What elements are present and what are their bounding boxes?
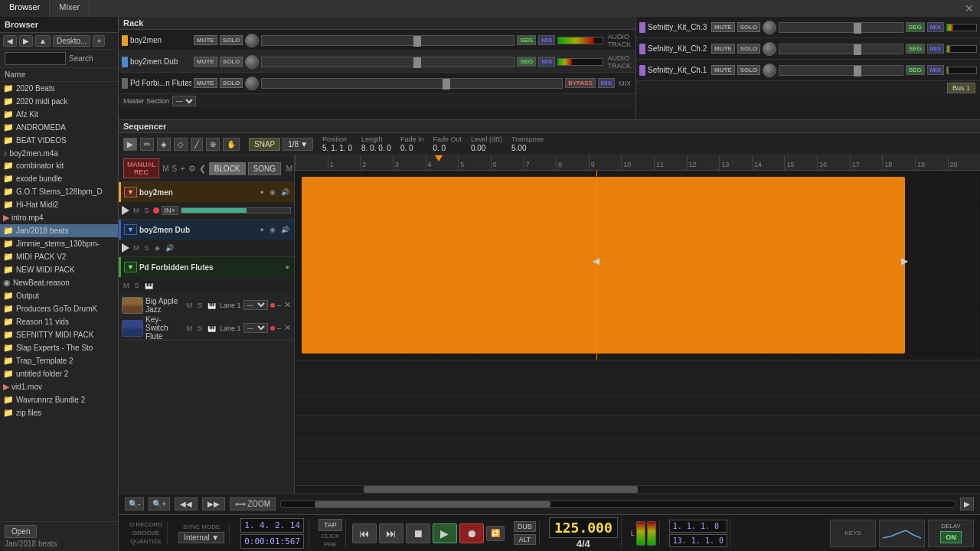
- bpm-display[interactable]: 125.000: [549, 517, 618, 538]
- mute-button-1[interactable]: MUTE: [194, 35, 217, 45]
- fader-2[interactable]: [261, 57, 514, 67]
- right-fader-knob-2[interactable]: [854, 44, 861, 55]
- seg-button-2[interactable]: SEG: [517, 57, 536, 67]
- right-solo-2[interactable]: SOLO: [737, 44, 761, 54]
- play-button-1[interactable]: [122, 206, 129, 215]
- right-fader-3[interactable]: [779, 65, 903, 76]
- pan-knob-2[interactable]: [245, 55, 259, 69]
- lane-x-icon-1[interactable]: ✕: [284, 300, 291, 310]
- right-pan-2[interactable]: [763, 42, 776, 56]
- list-item[interactable]: 📁Trap_Template 2: [0, 354, 118, 367]
- list-item[interactable]: 📁NEW MIDI PACK: [0, 263, 118, 276]
- stop-button[interactable]: ⏹: [406, 523, 430, 543]
- track-settings-2[interactable]: ●: [259, 225, 266, 234]
- desktop-button[interactable]: Deskto...: [53, 35, 90, 47]
- fader-3[interactable]: [261, 78, 563, 89]
- list-item[interactable]: 📁BEAT VIDEOS: [0, 134, 118, 147]
- content-scrollbar-thumb[interactable]: [315, 501, 550, 507]
- right-seg-2[interactable]: SEG: [906, 44, 925, 54]
- pencil-tool-button[interactable]: ✏: [140, 138, 154, 151]
- right-mute-3[interactable]: MUTE: [711, 65, 735, 75]
- block-button[interactable]: BLOCK: [209, 162, 246, 175]
- on-button[interactable]: ON: [940, 531, 962, 543]
- lane-select-1[interactable]: —: [243, 300, 268, 310]
- fader-knob-2[interactable]: [413, 57, 421, 68]
- lane-minus-icon-2[interactable]: −: [277, 324, 282, 333]
- dub-button[interactable]: DUB: [514, 521, 536, 532]
- list-item[interactable]: 📁SEFNITTY MIDI PACK: [0, 328, 118, 341]
- track-rec-2[interactable]: ◉: [268, 225, 277, 234]
- play-button-transport[interactable]: ▶: [433, 523, 457, 543]
- list-item[interactable]: 📁Producers GoTo DrumK: [0, 302, 118, 315]
- right-mix-1[interactable]: MIX: [927, 22, 944, 32]
- list-item[interactable]: 📁exode bundle: [0, 172, 118, 185]
- list-item[interactable]: 📁Wavrunnrz Bundle 2: [0, 393, 118, 406]
- right-seg-3[interactable]: SEG: [906, 65, 925, 75]
- lane-piano-2[interactable]: 🎹: [206, 324, 217, 333]
- record-button[interactable]: ⏺: [459, 523, 484, 543]
- list-item[interactable]: ▶intro.mp4: [0, 211, 118, 224]
- tc-m-2[interactable]: M: [132, 244, 141, 252]
- sync-mode-select[interactable]: Internal ▼: [178, 532, 224, 543]
- h-scrollbar-thumb[interactable]: [364, 486, 638, 493]
- content-scrollbar[interactable]: [280, 500, 956, 508]
- fader-1[interactable]: [261, 35, 514, 46]
- list-item[interactable]: 📁G.O.T Stems_128bpm_D: [0, 185, 118, 198]
- right-mix-3[interactable]: MIX: [927, 65, 944, 75]
- mix-button-3[interactable]: MIX: [598, 78, 615, 88]
- tc-piano-3[interactable]: 🎹: [143, 281, 155, 290]
- tc-s-3[interactable]: S: [133, 282, 141, 289]
- right-pan-3[interactable]: [763, 64, 776, 77]
- loop-button[interactable]: 🔁: [486, 526, 505, 541]
- close-icon[interactable]: ✕: [959, 0, 980, 17]
- right-mix-2[interactable]: MIX: [927, 44, 944, 54]
- tc-m-3[interactable]: M: [122, 282, 131, 289]
- track-fold-button-1[interactable]: ▼: [124, 187, 137, 197]
- nav-forward-button[interactable]: ▶: [19, 35, 33, 47]
- track-rec-1[interactable]: ◉: [268, 187, 277, 197]
- nav-up-button[interactable]: ▲: [35, 35, 51, 47]
- zoom-tool-button[interactable]: ⊕: [206, 138, 220, 151]
- track-speaker-2[interactable]: 🔊: [279, 225, 291, 234]
- right-pan-1[interactable]: [763, 21, 776, 34]
- lane-select-2[interactable]: —: [243, 323, 268, 333]
- h-scrollbar[interactable]: [295, 485, 980, 493]
- pan-knob-1[interactable]: [245, 34, 259, 47]
- mix-button-2[interactable]: MIX: [538, 57, 555, 67]
- list-item[interactable]: ♪boy2men.m4a: [0, 147, 118, 159]
- tc-s-1[interactable]: S: [143, 207, 151, 214]
- tap-button[interactable]: TAP: [318, 519, 342, 531]
- right-mute-1[interactable]: MUTE: [711, 22, 735, 32]
- fader-knob-1[interactable]: [413, 36, 421, 47]
- line-tool-button[interactable]: ╱: [191, 138, 203, 151]
- lane-s-1[interactable]: S: [196, 302, 204, 309]
- right-fader-knob-3[interactable]: [854, 66, 861, 77]
- mix-button-1[interactable]: MIX: [538, 35, 555, 45]
- right-solo-3[interactable]: SOLO: [737, 65, 761, 75]
- list-item[interactable]: 📁untitled folder 2: [0, 367, 118, 380]
- eraser-tool-button[interactable]: ◈: [157, 138, 171, 151]
- list-item[interactable]: 📁2020 midi pack: [0, 95, 118, 108]
- lane-minus-icon-1[interactable]: −: [277, 301, 282, 310]
- tc-speaker-2[interactable]: 🔊: [164, 243, 175, 253]
- mixer-tab[interactable]: Mixer: [50, 0, 90, 17]
- right-seg-1[interactable]: SEG: [906, 22, 925, 32]
- list-item[interactable]: 📁Output: [0, 289, 118, 302]
- lane-m-2[interactable]: M: [185, 324, 194, 332]
- list-item[interactable]: 📁zip files: [0, 406, 118, 419]
- waveform-block-left[interactable]: [302, 177, 596, 354]
- alt-button[interactable]: ALT: [514, 534, 536, 545]
- nav-back-button[interactable]: ◀: [3, 35, 17, 47]
- track-settings-3[interactable]: ●: [284, 262, 291, 272]
- list-item[interactable]: 📁MIDI PACK V2: [0, 250, 118, 263]
- search-input[interactable]: [5, 52, 66, 65]
- hand-tool-button[interactable]: ✋: [223, 138, 240, 151]
- right-fader-2[interactable]: [779, 44, 903, 54]
- list-item[interactable]: 📁Jan/2018 beats: [0, 224, 118, 237]
- zoom-out-button[interactable]: 🔍-: [125, 497, 144, 510]
- open-button[interactable]: Open: [5, 525, 37, 538]
- select-tool-button[interactable]: ▶: [123, 138, 137, 151]
- zoom-in-button[interactable]: 🔍+: [149, 497, 170, 510]
- list-item[interactable]: 📁combinator kit: [0, 159, 118, 172]
- list-item[interactable]: 📁Slap Experts - The Sto: [0, 341, 118, 354]
